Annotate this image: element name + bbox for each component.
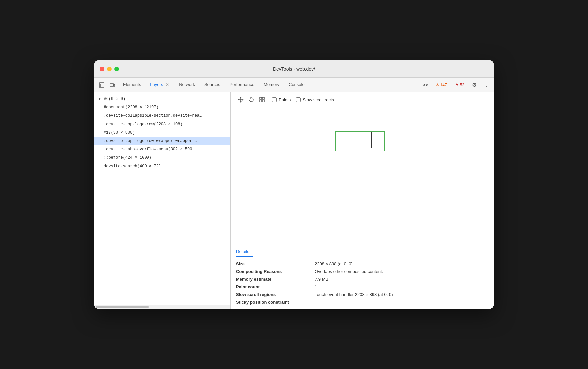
tab-bar-left xyxy=(97,80,117,90)
svg-rect-2 xyxy=(114,84,115,86)
tab-bar: Elements Layers ✕ Network Sources Perfor… xyxy=(94,78,494,92)
tab-bar-right: >> ⚠ 147 ⚑ 52 ⚙ ⋮ xyxy=(421,80,491,90)
paint-count-label: Paint count xyxy=(236,284,309,289)
paints-checkbox-group[interactable]: Paints xyxy=(272,97,291,102)
slow-scroll-checkbox[interactable] xyxy=(296,97,301,102)
reset-view-button[interactable] xyxy=(257,95,267,104)
right-panel: Paints Slow scroll rects xyxy=(231,92,494,309)
svg-rect-1 xyxy=(110,83,113,87)
triangle-icon: ▼ xyxy=(98,97,101,101)
tab-sources[interactable]: Sources xyxy=(200,78,225,92)
rotate-tool-button[interactable] xyxy=(247,95,256,104)
list-item[interactable]: #document(2208 × 12197) xyxy=(94,103,230,112)
list-item[interactable]: .devsite-collapsible-section.devsite-hea… xyxy=(94,112,230,120)
close-button[interactable] xyxy=(100,67,104,71)
sticky-label: Sticky position constraint xyxy=(236,300,309,305)
slow-scroll-checkbox-group[interactable]: Slow scroll rects xyxy=(296,97,334,102)
size-label: Size xyxy=(236,261,309,266)
details-header: Details xyxy=(236,249,249,254)
more-options-button[interactable]: ⋮ xyxy=(482,80,491,90)
paints-checkbox[interactable] xyxy=(272,97,277,102)
layer-visualization xyxy=(329,128,396,228)
minimize-button[interactable] xyxy=(107,67,112,71)
list-item[interactable]: #17(30 × 808) xyxy=(94,129,230,137)
tab-memory[interactable]: Memory xyxy=(259,78,284,92)
list-item[interactable]: .devsite-top-logo-row(2208 × 108) xyxy=(94,120,230,129)
memory-value: 7.9 MB xyxy=(315,277,488,282)
slow-scroll-label: Slow scroll regions xyxy=(236,292,309,297)
inspect-element-icon[interactable] xyxy=(97,80,106,90)
memory-label: Memory estimate xyxy=(236,277,309,282)
left-panel: ▼ #6(0 × 0) #document(2208 × 12197) .dev… xyxy=(94,92,231,309)
tab-network[interactable]: Network xyxy=(174,78,200,92)
tab-performance[interactable]: Performance xyxy=(225,78,259,92)
devtools-window: DevTools - web.dev/ Elements xyxy=(94,60,494,309)
device-toolbar-icon[interactable] xyxy=(108,80,117,90)
title-bar: DevTools - web.dev/ xyxy=(94,60,494,78)
list-item[interactable]: devsite-search(400 × 72) xyxy=(94,162,230,171)
slow-scroll-value: Touch event handler 2208 × 898 (at 0, 0) xyxy=(315,292,488,297)
compositing-value: Overlaps other composited content. xyxy=(315,269,488,274)
tabs: Elements Layers ✕ Network Sources Perfor… xyxy=(118,78,421,92)
warning-icon: ⚠ xyxy=(436,83,439,87)
more-tabs-button[interactable]: >> xyxy=(421,80,430,90)
canvas-area[interactable] xyxy=(231,107,494,248)
compositing-label: Compositing Reasons xyxy=(236,269,309,274)
tab-layers[interactable]: Layers ✕ xyxy=(146,78,174,92)
tab-elements[interactable]: Elements xyxy=(118,78,146,92)
list-item[interactable]: ▼ #6(0 × 0) xyxy=(94,95,230,103)
error-icon: ⚑ xyxy=(455,83,459,87)
list-item-selected[interactable]: .devsite-top-logo-row-wrapper-wrapper-… xyxy=(94,137,230,145)
details-table: Size 2208 × 898 (at 0, 0) Compositing Re… xyxy=(231,257,494,309)
list-item[interactable]: ::before(424 × 1000) xyxy=(94,154,230,162)
sticky-value xyxy=(315,300,488,305)
tab-layers-close[interactable]: ✕ xyxy=(165,82,170,88)
scrollbar[interactable] xyxy=(94,305,230,309)
traffic-lights xyxy=(100,67,119,71)
list-item[interactable]: .devsite-tabs-overflow-menu(302 × 590… xyxy=(94,145,230,154)
settings-button[interactable]: ⚙ xyxy=(470,80,479,90)
paint-count-value: 1 xyxy=(315,284,488,289)
window-title: DevTools - web.dev/ xyxy=(273,66,315,72)
scrollbar-thumb[interactable] xyxy=(96,306,149,308)
tab-console[interactable]: Console xyxy=(284,78,309,92)
maximize-button[interactable] xyxy=(114,67,119,71)
details-panel: Details Size 2208 × 898 (at 0, 0) Compos… xyxy=(231,248,494,309)
view-toolbar: Paints Slow scroll rects xyxy=(231,92,494,107)
size-value: 2208 × 898 (at 0, 0) xyxy=(315,261,488,266)
pan-tool-button[interactable] xyxy=(236,95,245,104)
error-badge[interactable]: ⚑ 52 xyxy=(452,82,467,88)
layer-list[interactable]: ▼ #6(0 × 0) #document(2208 × 12197) .dev… xyxy=(94,92,230,305)
tool-group-move xyxy=(236,95,267,104)
warning-badge[interactable]: ⚠ 147 xyxy=(433,82,450,88)
viz-layer-selected xyxy=(335,131,385,151)
svg-rect-0 xyxy=(99,83,104,87)
main-content: ▼ #6(0 × 0) #document(2208 × 12197) .dev… xyxy=(94,92,494,309)
